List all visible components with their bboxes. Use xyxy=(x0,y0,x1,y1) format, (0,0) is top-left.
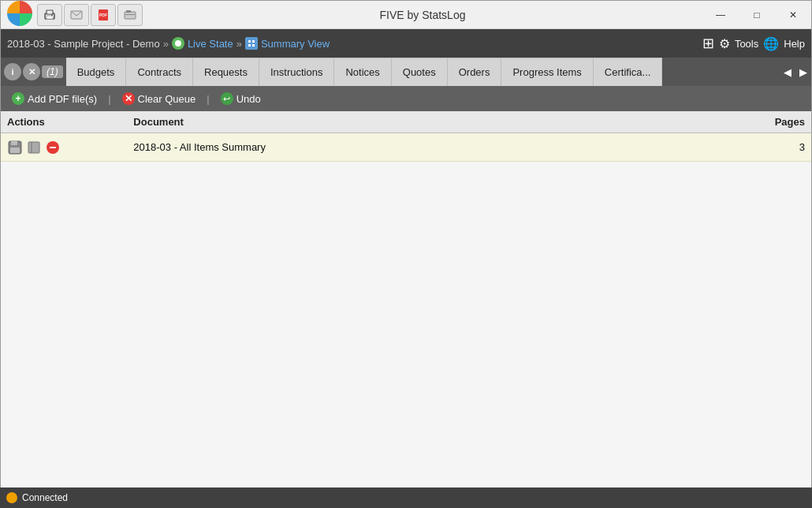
undo-button[interactable]: ↩ Undo xyxy=(214,90,267,107)
tab-info-buttons: i ✕ (1) xyxy=(1,58,66,86)
summary-view-icon xyxy=(245,37,258,50)
tab-scroll-left[interactable]: ◀ xyxy=(780,58,795,86)
add-icon: + xyxy=(12,92,24,105)
window-controls: — □ ✕ xyxy=(702,1,811,29)
toolbar-icons: PDF xyxy=(1,1,143,29)
tab-scroll-right[interactable]: ▶ xyxy=(795,58,811,86)
tab-budgets[interactable]: Budgets xyxy=(66,58,127,86)
remove-row-button[interactable] xyxy=(45,140,61,155)
right-tools: ⊞ ⚙ Tools 🌐 Help xyxy=(702,35,805,52)
sep2: » xyxy=(237,38,242,50)
book-icon xyxy=(26,140,42,155)
info-tab-button[interactable]: i xyxy=(4,63,21,80)
tab-requests[interactable]: Requests xyxy=(193,58,259,86)
gear-icon: ⚙ xyxy=(719,36,730,51)
row-pages: 3 xyxy=(765,141,805,153)
tab-orders[interactable]: Orders xyxy=(448,58,502,86)
undo-icon: ↩ xyxy=(221,92,233,105)
content-area: 2018-03 - All Items Summary 3 xyxy=(1,133,811,507)
breadcrumb-bar: 2018-03 - Sample Project - Demo » Live S… xyxy=(1,29,811,58)
print-button[interactable] xyxy=(37,4,62,26)
connected-label: Connected xyxy=(22,492,68,503)
row-document-name: 2018-03 - All Items Summary xyxy=(133,141,765,153)
svg-rect-9 xyxy=(125,14,135,15)
tab-progress-items[interactable]: Progress Items xyxy=(501,58,593,86)
tab-certificates[interactable]: Certifica... xyxy=(594,58,663,86)
toolbar: + Add PDF file(s) | ✕ Clear Queue | ↩ Un… xyxy=(1,86,811,111)
minimize-button[interactable]: — xyxy=(702,1,739,29)
svg-point-10 xyxy=(175,40,181,47)
globe-icon: 🌐 xyxy=(763,36,779,51)
close-tab-button[interactable]: ✕ xyxy=(23,63,40,80)
col-document-label: Document xyxy=(133,116,765,128)
grid-icon: ⊞ xyxy=(702,35,714,52)
col-pages-label: Pages xyxy=(765,116,805,128)
summary-view-link[interactable]: Summary View xyxy=(245,37,330,50)
close-button[interactable]: ✕ xyxy=(775,1,811,29)
add-pdf-button[interactable]: + Add PDF file(s) xyxy=(6,90,103,107)
tab-quotes[interactable]: Quotes xyxy=(392,58,448,86)
tab-contracts[interactable]: Contracts xyxy=(126,58,193,86)
summary-view-label: Summary View xyxy=(261,38,330,50)
svg-rect-2 xyxy=(47,16,53,19)
svg-point-3 xyxy=(51,14,53,16)
tab-notices[interactable]: Notices xyxy=(334,58,391,86)
sep1: » xyxy=(163,38,169,50)
svg-rect-13 xyxy=(248,44,251,47)
restore-button[interactable]: □ xyxy=(739,1,775,29)
pdf-button[interactable]: PDF xyxy=(91,4,116,26)
svg-rect-7 xyxy=(125,12,136,19)
live-state-icon xyxy=(172,37,184,50)
svg-rect-17 xyxy=(10,148,20,153)
toolbar-sep-1: | xyxy=(108,93,110,105)
svg-rect-11 xyxy=(248,40,251,43)
tab-bar: i ✕ (1) Budgets Contracts Requests Instr… xyxy=(1,58,811,86)
tab-instructions[interactable]: Instructions xyxy=(259,58,334,86)
svg-rect-18 xyxy=(28,142,39,153)
app-logo xyxy=(7,1,35,29)
tabs-container: Budgets Contracts Requests Instructions … xyxy=(66,58,780,86)
svg-text:PDF: PDF xyxy=(99,13,107,17)
project-breadcrumb: 2018-03 - Sample Project - Demo xyxy=(7,38,160,50)
col-actions-label: Actions xyxy=(7,116,133,128)
email-button[interactable] xyxy=(64,4,89,26)
clear-queue-button[interactable]: ✕ Clear Queue xyxy=(116,90,203,107)
svg-rect-14 xyxy=(252,44,255,47)
table-row[interactable]: 2018-03 - All Items Summary 3 xyxy=(1,133,811,162)
live-state-label: Live State xyxy=(188,38,233,50)
row-actions-cell xyxy=(7,140,133,155)
column-headers: Actions Document Pages xyxy=(1,111,811,133)
svg-rect-8 xyxy=(126,10,131,13)
remove-icon: ✕ xyxy=(122,92,135,105)
status-bar: Connected xyxy=(0,487,812,508)
live-state-link[interactable]: Live State xyxy=(172,37,233,50)
svg-rect-16 xyxy=(11,141,17,145)
svg-rect-1 xyxy=(47,10,53,14)
tab-counter[interactable]: (1) xyxy=(42,65,63,78)
save-icon xyxy=(7,140,23,155)
toolbar-sep-2: | xyxy=(207,93,209,105)
title-bar: PDF FIVE by StatsLog — □ ✕ xyxy=(1,1,811,29)
svg-rect-12 xyxy=(252,40,255,43)
tools-button[interactable]: Tools xyxy=(735,38,758,50)
app-title: FIVE by StatsLog xyxy=(143,9,702,21)
fax-button[interactable] xyxy=(117,4,143,26)
help-button[interactable]: Help xyxy=(784,38,805,50)
status-dot-icon xyxy=(6,492,17,503)
